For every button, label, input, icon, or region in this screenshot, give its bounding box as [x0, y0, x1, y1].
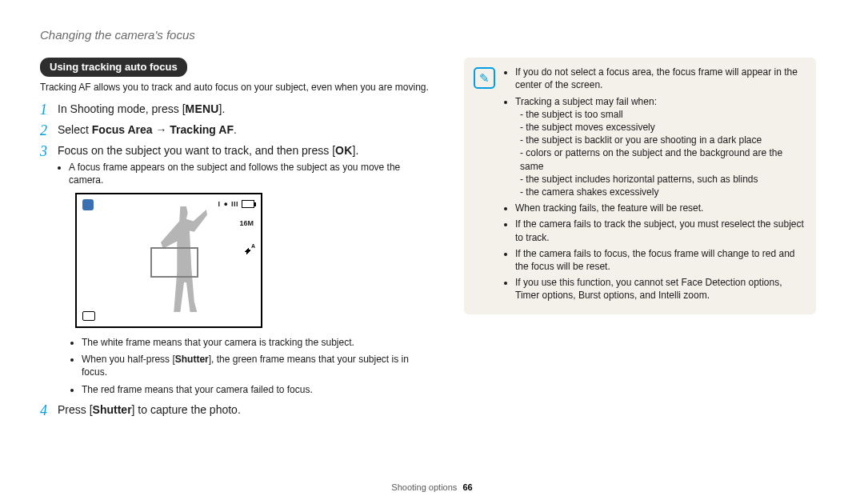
topic-pill: Using tracking auto focus: [40, 58, 187, 77]
step-number: 1: [40, 100, 47, 119]
step-3-note: A focus frame appears on the subject and…: [69, 161, 432, 186]
memory-icon: [82, 311, 95, 321]
mode-icon: [82, 199, 94, 210]
step-number: 3: [40, 142, 47, 161]
note-text: When you half-press [: [82, 354, 175, 365]
right-column: ✎ If you do not select a focus area, the…: [464, 58, 816, 422]
page-section-title: Changing the camera's focus: [40, 27, 824, 43]
note-item: If the camera fails to focus, the focus …: [515, 247, 805, 273]
note-text: Tracking a subject may fail when:: [515, 96, 657, 107]
step-text: ].: [219, 102, 226, 115]
lcd-top-status: I ● III: [218, 199, 254, 209]
dot-icon: ●: [224, 199, 228, 209]
step-number: 2: [40, 121, 47, 140]
note-item: Tracking a subject may fail when: the su…: [515, 95, 805, 199]
step-2: 2 Select Focus Area → Tracking AF.: [40, 122, 432, 138]
step-text: Focus on the subject you want to track, …: [58, 144, 335, 157]
footer-section: Shooting options: [391, 482, 457, 492]
arrow: →: [153, 123, 170, 136]
step-text: ] to capture the photo.: [132, 403, 241, 416]
intro-text: Tracking AF allows you to track and auto…: [40, 81, 432, 94]
step-text: .: [234, 123, 237, 136]
step-number: 4: [40, 401, 47, 420]
step-text: ].: [353, 144, 359, 157]
step-1: 1 In Shooting mode, press [MENU].: [40, 102, 432, 117]
note-item: When tracking fails, the feature will be…: [515, 202, 805, 214]
note-item: If the camera fails to track the subject…: [515, 218, 805, 243]
step-4: 4 Press [Shutter] to capture the photo.: [40, 402, 432, 418]
note-subitem: the subject includes horizontal patterns…: [520, 173, 805, 186]
camera-lcd-illustration: I ● III 16M A: [75, 193, 262, 328]
frame-note-red: The red frame means that your camera fai…: [82, 383, 432, 396]
shutter-label: Shutter: [175, 354, 209, 365]
lcd-resolution: 16M: [239, 215, 254, 233]
note-subitem: the camera shakes excessively: [520, 186, 805, 198]
focus-frame: [150, 247, 198, 278]
counter-icon: I: [218, 199, 221, 209]
note-subitem: colors or patterns on the subject and th…: [520, 146, 805, 172]
frame-note-white: The white frame means that your camera i…: [82, 336, 432, 349]
menu-key-label: MENU: [186, 102, 219, 115]
focus-area-label: Focus Area: [92, 123, 153, 136]
step-text: Press [: [58, 403, 93, 416]
step-text: In Shooting mode, press [: [58, 102, 186, 115]
flash-auto-label: A: [251, 242, 255, 250]
note-item: If you use this function, you cannot set…: [515, 276, 805, 302]
tracking-af-label: Tracking AF: [170, 123, 234, 136]
note-subitem: the subject is backlit or you are shooti…: [520, 134, 805, 146]
note-subitem: the subject moves excessively: [520, 121, 805, 134]
ok-key-label: OK: [335, 144, 352, 157]
page-number: 66: [462, 482, 472, 492]
step-3: 3 Focus on the subject you want to track…: [40, 143, 432, 396]
step-text: Select: [58, 123, 92, 136]
note-subitem: the subject is too small: [520, 108, 805, 121]
level-icon: III: [231, 199, 238, 209]
page-footer: Shooting options 66: [0, 482, 864, 494]
left-column: Using tracking auto focus Tracking AF al…: [40, 58, 432, 422]
info-note-box: ✎ If you do not select a focus area, the…: [464, 58, 816, 314]
battery-icon: [242, 200, 254, 208]
note-item: If you do not select a focus area, the f…: [515, 66, 805, 91]
shutter-label: Shutter: [93, 403, 132, 416]
note-icon: ✎: [474, 67, 495, 89]
frame-note-green: When you half-press [Shutter], the green…: [82, 353, 432, 378]
